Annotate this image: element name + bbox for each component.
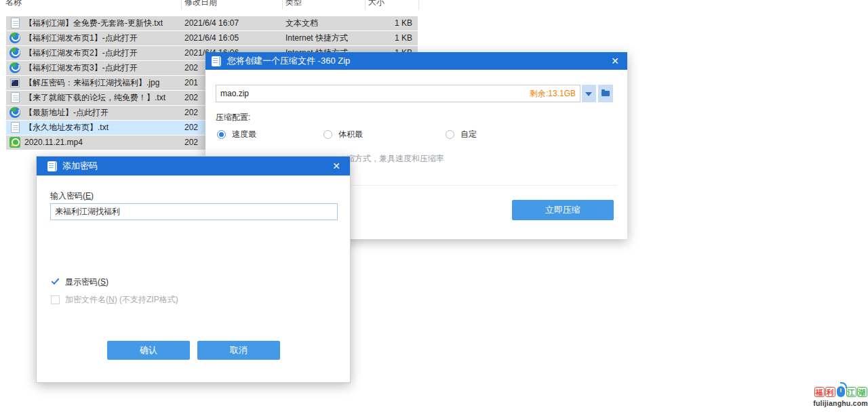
encrypt-filenames-label: 加密文件名(N) (不支持ZIP格式) bbox=[65, 294, 178, 306]
desktop: 名称修改日期类型大小 【福利江湖】全免费-无套路-更新快.txt 2021/6/… bbox=[0, 0, 868, 414]
internet-shortcut-icon bbox=[9, 33, 20, 43]
radio-label: 自定 bbox=[460, 129, 477, 140]
radio-icon bbox=[217, 130, 226, 139]
internet-shortcut-icon bbox=[9, 47, 20, 58]
column-divider bbox=[418, 0, 419, 9]
logo-char: 福 bbox=[814, 387, 825, 397]
text-file-icon bbox=[11, 122, 20, 133]
file-name: 2020.11.21.mp4 bbox=[24, 136, 83, 150]
file-size: 1 KB bbox=[395, 31, 412, 45]
file-type: Internet 快捷方式 bbox=[285, 31, 348, 45]
file-row[interactable]: 【福利江湖】全免费-无套路-更新快.txt 2021/6/4 16:07 文本文… bbox=[6, 16, 418, 30]
free-space-label: 剩余:13.1GB bbox=[530, 88, 580, 100]
file-name: 【永久地址发布页】.txt bbox=[24, 121, 108, 135]
radio-icon bbox=[446, 130, 454, 139]
password-dialog-titlebar[interactable]: 添加密码 bbox=[37, 157, 350, 175]
file-date: 202 bbox=[184, 136, 198, 150]
radio-icon bbox=[323, 130, 332, 139]
close-icon[interactable]: ✕ bbox=[611, 52, 619, 70]
file-name: 【解压密码：来福利江湖找福利】.jpg bbox=[24, 76, 159, 90]
file-name: 【最新地址】-点此打开 bbox=[24, 106, 108, 120]
internet-shortcut-icon bbox=[9, 62, 20, 73]
file-date: 202 bbox=[184, 91, 198, 105]
file-date: 2021/6/4 16:07 bbox=[184, 16, 239, 30]
compress-mode-radio[interactable]: 自定 bbox=[446, 129, 477, 140]
site-logo: 福利 江湖 fulijianghu.com bbox=[813, 384, 868, 407]
password-input[interactable] bbox=[50, 203, 338, 220]
zip-file-icon bbox=[212, 56, 221, 66]
confirm-button[interactable]: 确认 bbox=[107, 341, 190, 360]
file-date: 201 bbox=[184, 76, 198, 90]
internet-shortcut-icon bbox=[9, 107, 20, 118]
zip-dialog-title: 您将创建一个压缩文件 -360 Zip bbox=[227, 55, 350, 67]
mouse-icon bbox=[837, 386, 845, 397]
file-size: 1 KB bbox=[395, 16, 412, 30]
file-row[interactable]: 【福利江湖发布页1】-点此打开 2021/6/4 16:05 Internet … bbox=[6, 31, 418, 45]
archive-filename-box: 剩余:13.1GB bbox=[216, 85, 580, 102]
compress-now-button[interactable]: 立即压缩 bbox=[512, 200, 614, 220]
checkbox-checked-icon bbox=[50, 277, 60, 287]
logo-char: 利 bbox=[825, 387, 835, 397]
file-name: 【福利江湖】全免费-无套路-更新快.txt bbox=[24, 16, 163, 30]
password-field-label: 输入密码(E) bbox=[50, 190, 94, 202]
checkbox-empty-icon bbox=[51, 295, 60, 304]
file-date: 202 bbox=[184, 121, 198, 135]
show-password-label: 显示密码(S) bbox=[65, 276, 108, 288]
file-date: 2021/6/4 16:05 bbox=[184, 31, 239, 45]
file-name: 【来了就能下载的论坛，纯免费！】.txt bbox=[24, 91, 165, 105]
column-divider bbox=[365, 0, 366, 9]
zip-file-icon bbox=[47, 161, 57, 171]
file-date: 202 bbox=[184, 106, 198, 120]
video-file-icon bbox=[9, 137, 20, 148]
show-password-checkbox[interactable]: 显示密码(S) bbox=[50, 276, 108, 288]
text-file-icon bbox=[11, 18, 20, 28]
radio-label: 速度最 bbox=[232, 129, 256, 140]
file-name: 【福利江湖发布页2】-点此打开 bbox=[24, 46, 138, 60]
cancel-button[interactable]: 取消 bbox=[197, 341, 280, 360]
image-file-icon bbox=[10, 79, 20, 87]
column-header[interactable]: 类型 bbox=[285, 0, 302, 8]
close-icon[interactable]: ✕ bbox=[332, 157, 340, 175]
file-type: 文本文档 bbox=[285, 16, 318, 30]
compress-mode-radio[interactable]: 速度最 bbox=[217, 129, 256, 140]
zip-dialog-titlebar[interactable]: 您将创建一个压缩文件 -360 Zip bbox=[205, 52, 627, 70]
file-name: 【福利江湖发布页1】-点此打开 bbox=[24, 31, 138, 45]
compress-mode-description: 缩方式，兼具速度和压缩率 bbox=[347, 153, 444, 165]
column-header[interactable]: 名称 bbox=[5, 0, 22, 8]
radio-label: 体积最 bbox=[338, 129, 363, 140]
file-list-header: 名称修改日期类型大小 bbox=[0, 0, 427, 8]
save-location-dropdown-button[interactable] bbox=[582, 85, 596, 102]
file-date: 202 bbox=[184, 61, 198, 75]
archive-filename-input[interactable] bbox=[216, 89, 530, 98]
column-header[interactable]: 大小 bbox=[368, 0, 384, 8]
column-header[interactable]: 修改日期 bbox=[184, 0, 217, 8]
folder-icon bbox=[601, 91, 610, 96]
encrypt-filenames-checkbox[interactable]: 加密文件名(N) (不支持ZIP格式) bbox=[50, 294, 178, 306]
add-password-dialog: 添加密码 ✕ 输入密码(E) 显示密码(S) 加密文件名(N) (不支持ZIP格… bbox=[36, 156, 351, 383]
text-file-icon bbox=[11, 92, 20, 103]
file-name: 【福利江湖发布页3】-点此打开 bbox=[24, 61, 138, 75]
site-domain: fulijianghu.com bbox=[813, 399, 868, 407]
password-dialog-title: 添加密码 bbox=[62, 160, 98, 172]
logo-char: 湖 bbox=[857, 387, 867, 397]
logo-char: 江 bbox=[846, 387, 856, 397]
compress-config-label: 压缩配置: bbox=[216, 112, 250, 123]
browse-folder-button[interactable] bbox=[598, 85, 613, 102]
column-divider bbox=[282, 0, 283, 9]
compress-mode-radio[interactable]: 体积最 bbox=[323, 129, 363, 140]
column-divider bbox=[181, 0, 182, 9]
